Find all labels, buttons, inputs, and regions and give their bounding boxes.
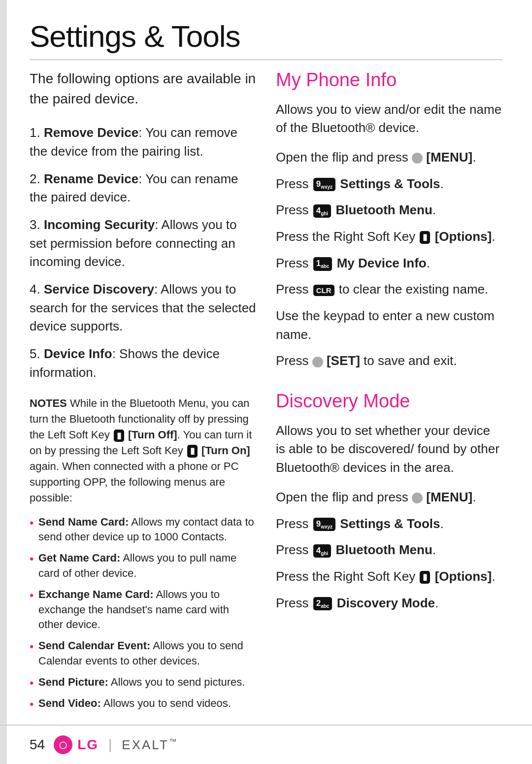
ok-key-icon (412, 153, 423, 164)
discovery-mode-intro: Allows you to set whether your device is… (276, 422, 502, 477)
key-4-icon: 4ghi (313, 204, 331, 218)
key-1-icon: 1abc (313, 257, 332, 270)
right-column: My Phone Info Allows you to view and/or … (276, 69, 502, 626)
list-item: Press 9wxyz Settings & Tools. (276, 515, 502, 533)
key-9b-icon: 9wxyz (313, 518, 335, 531)
list-item: Press [SET] to save and exit. (276, 352, 502, 370)
list-item: Use the keypad to enter a new custom nam… (276, 307, 502, 344)
key-9-icon: 9wxyz (313, 178, 335, 191)
list-item: Send Calendar Event: Allows you to send … (30, 638, 256, 669)
list-item: 3. Incoming Security: Allows you to set … (30, 216, 256, 271)
right-soft-key-b-icon: ▮ (420, 571, 430, 584)
footer: 54 ◯ LG | EXALT™ (0, 725, 532, 764)
right-soft-key-icon: ▮ (420, 231, 430, 244)
list-item: Send Video: Allows you to send videos. (30, 696, 256, 711)
exalt-brand-text: EXALT™ (122, 737, 178, 753)
key-2-icon: 2abc (313, 597, 332, 610)
ok-key-icon-3 (412, 493, 423, 503)
lg-logo-icon: ◯ (54, 735, 72, 754)
lg-brand-text: LG (77, 737, 99, 753)
discovery-mode-steps: Open the flip and press [MENU]. Press 9w… (276, 488, 502, 612)
left-column: The following options are available in t… (30, 69, 256, 717)
list-item: Get Name Card: Allows you to pull name c… (30, 551, 256, 581)
list-item: Send Name Card: Allows my contact data t… (30, 515, 256, 545)
intro-paragraph: The following options are available in t… (30, 69, 256, 109)
left-accent-bar (0, 0, 7, 764)
list-item: Press the Right Soft Key ▮ [Options]. (276, 567, 502, 586)
key-4b-icon: 4ghi (313, 544, 331, 558)
opp-menu-list: Send Name Card: Allows my contact data t… (30, 515, 256, 711)
list-item: 5. Device Info: Shows the device informa… (30, 345, 256, 382)
list-item: Press CLR to clear the existing name. (276, 280, 502, 299)
clr-key-icon: CLR (313, 285, 334, 296)
left-soft-key-icon-2: ▮ (187, 445, 198, 458)
ok-key-icon-2 (312, 357, 323, 367)
my-phone-info-title: My Phone Info (276, 69, 502, 92)
footer-logo: ◯ LG | EXALT™ (54, 735, 178, 754)
left-soft-key-icon: ▮ (114, 430, 124, 442)
notes-block: NOTES While in the Bluetooth Menu, you c… (30, 396, 256, 505)
divider-top (30, 59, 502, 60)
page-title: Settings & Tools (30, 19, 240, 54)
list-item: Open the flip and press [MENU]. (276, 488, 502, 507)
list-item: Press 4ghi Bluetooth Menu. (276, 201, 502, 220)
list-item: 2. Rename Device: You can rename the pai… (30, 170, 256, 207)
discovery-mode-title: Discovery Mode (276, 390, 502, 413)
footer-separator: | (108, 737, 112, 753)
list-item: Press 2abc Discovery Mode. (276, 594, 502, 613)
list-item: Exchange Name Card: Allows you to exchan… (30, 587, 256, 632)
page-number: 54 (30, 737, 45, 753)
list-item: Press 1abc My Device Info. (276, 254, 502, 273)
list-item: Press 4ghi Bluetooth Menu. (276, 541, 502, 560)
my-phone-info-intro: Allows you to view and/or edit the name … (276, 100, 502, 137)
list-item: Send Picture: Allows you to send picture… (30, 675, 256, 690)
paired-device-options-list: 1. Remove Device: You can remove the dev… (30, 124, 256, 382)
list-item: 1. Remove Device: You can remove the dev… (30, 124, 256, 161)
list-item: Press 9wxyz Settings & Tools. (276, 175, 502, 194)
list-item: 4. Service Discovery: Allows you to sear… (30, 280, 256, 336)
discovery-mode-section: Discovery Mode Allows you to set whether… (276, 390, 502, 612)
list-item: Open the flip and press [MENU]. (276, 148, 502, 167)
my-phone-info-steps: Open the flip and press [MENU]. Press 9w… (276, 148, 502, 370)
list-item: Press the Right Soft Key ▮ [Options]. (276, 228, 502, 246)
